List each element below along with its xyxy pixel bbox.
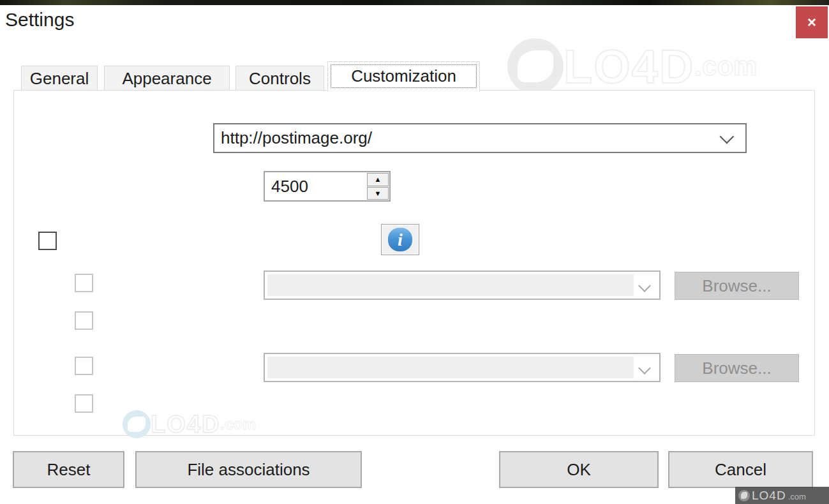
ok-button-label: OK [567,460,591,480]
browse-button-label: Browse... [702,276,771,296]
chevron-down-icon [638,279,651,292]
path-to-exe-combobox-2 [264,353,661,382]
arrow-up-icon: ▲ [375,175,382,183]
close-icon: × [807,13,816,31]
upload-hoster-value: http://postimage.org/ [214,128,720,148]
browse-button-2: Browse... [675,354,799,382]
browse-button-label: Browse... [702,359,771,378]
path-to-exe-checkbox-1[interactable] [75,274,93,292]
path-to-exe-checkbox-2[interactable] [75,357,93,375]
slideshow-duration-value: 4500 [265,172,366,200]
watermark-suffix: .com [788,489,806,501]
lo4d-watermark-corner: LO4D .com [735,487,829,504]
chevron-down-icon [638,362,651,374]
tab-appearance-label: Appearance [122,69,211,89]
file-associations-button[interactable]: File associations [135,451,362,488]
lo4d-globe-icon [738,490,750,501]
arrow-down-icon: ▼ [375,189,382,197]
window-title: Settings [5,9,74,31]
advanced-menu-info-button[interactable]: i [381,224,419,255]
chevron-down-icon [720,129,735,144]
try-open-current-file-checkbox-2[interactable] [75,394,93,413]
tab-customization-label: Customization [351,66,456,86]
reset-button[interactable]: Reset [13,451,124,488]
reset-button-label: Reset [47,460,91,480]
tab-appearance[interactable]: Appearance [104,66,230,91]
slideshow-duration-stepper[interactable]: 4500 ▲ ▼ [264,171,391,202]
watermark-brand: LO4D [564,40,694,94]
combobox-fill [267,357,634,378]
lo4d-watermark-top: LO4D .com [507,38,757,94]
tab-focus-rect: Customization [331,64,477,88]
file-associations-button-label: File associations [187,460,310,480]
spinner-down-button[interactable]: ▼ [367,187,389,200]
upload-hoster-combobox[interactable]: http://postimage.org/ [213,123,747,153]
desktop-background-strip [0,0,829,5]
enable-advanced-menu-checkbox[interactable] [38,232,57,250]
tab-controls-label: Controls [249,69,311,89]
cancel-button[interactable]: Cancel [668,451,813,488]
combobox-fill [267,274,634,296]
try-open-current-file-checkbox-1[interactable] [75,311,93,330]
close-button[interactable]: × [796,6,828,38]
tab-general[interactable]: General [21,66,98,91]
ok-button[interactable]: OK [499,451,659,488]
cancel-button-label: Cancel [715,460,766,480]
tab-customization[interactable]: Customization [327,61,480,92]
spinner-buttons: ▲ ▼ [366,172,389,200]
watermark-brand: LO4D [752,489,786,503]
lo4d-globe-icon [507,38,564,94]
watermark-suffix: .com [694,51,757,82]
tab-controls[interactable]: Controls [235,66,324,91]
info-icon: i [388,228,412,251]
spinner-up-button[interactable]: ▲ [367,173,389,186]
browse-button-1: Browse... [675,272,799,300]
settings-dialog: Settings × LO4D .com General Appearance … [0,0,829,504]
tab-general-label: General [30,69,89,89]
path-to-exe-combobox-1 [264,271,661,300]
